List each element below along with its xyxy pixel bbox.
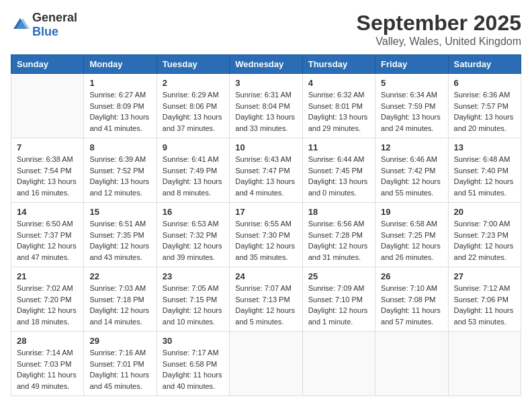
week-row-2: 7Sunrise: 6:38 AM Sunset: 7:54 PM Daylig…	[11, 138, 521, 203]
title-area: September 2025 Valley, Wales, United Kin…	[357, 11, 521, 48]
cell-w5-d6	[375, 332, 448, 396]
day-info: Sunrise: 7:10 AM Sunset: 7:08 PM Dayligh…	[381, 283, 442, 327]
day-info: Sunrise: 7:05 AM Sunset: 7:15 PM Dayligh…	[163, 283, 224, 327]
day-info: Sunrise: 7:17 AM Sunset: 6:58 PM Dayligh…	[163, 347, 224, 392]
cell-w4-d7: 27Sunrise: 7:12 AM Sunset: 7:06 PM Dayli…	[448, 267, 521, 332]
day-number: 24	[235, 271, 296, 281]
header: General Blue September 2025 Valley, Wale…	[11, 11, 521, 48]
cell-w5-d1: 28Sunrise: 7:14 AM Sunset: 7:03 PM Dayli…	[11, 332, 84, 396]
logo-icon	[11, 15, 30, 34]
day-info: Sunrise: 6:27 AM Sunset: 8:09 PM Dayligh…	[89, 89, 150, 134]
day-info: Sunrise: 6:38 AM Sunset: 7:54 PM Dayligh…	[17, 154, 78, 198]
day-info: Sunrise: 6:44 AM Sunset: 7:45 PM Dayligh…	[308, 154, 369, 198]
col-saturday: Saturday	[448, 55, 521, 74]
day-number: 12	[381, 142, 442, 152]
day-number: 30	[163, 336, 224, 346]
day-info: Sunrise: 6:58 AM Sunset: 7:25 PM Dayligh…	[381, 218, 442, 263]
day-number: 8	[89, 142, 150, 152]
day-info: Sunrise: 6:31 AM Sunset: 8:04 PM Dayligh…	[235, 89, 296, 134]
day-info: Sunrise: 6:53 AM Sunset: 7:32 PM Dayligh…	[163, 218, 224, 263]
day-number: 16	[163, 207, 224, 217]
cell-w3-d2: 15Sunrise: 6:51 AM Sunset: 7:35 PM Dayli…	[84, 203, 157, 267]
cell-w5-d2: 29Sunrise: 7:16 AM Sunset: 7:01 PM Dayli…	[84, 332, 157, 396]
day-number: 3	[235, 78, 296, 88]
day-number: 7	[17, 142, 78, 152]
cell-w4-d3: 23Sunrise: 7:05 AM Sunset: 7:15 PM Dayli…	[157, 267, 229, 332]
col-sunday: Sunday	[11, 55, 84, 74]
day-info: Sunrise: 6:32 AM Sunset: 8:01 PM Dayligh…	[308, 89, 369, 134]
cell-w3-d5: 18Sunrise: 6:56 AM Sunset: 7:28 PM Dayli…	[302, 203, 375, 267]
cell-w1-d2: 1Sunrise: 6:27 AM Sunset: 8:09 PM Daylig…	[84, 74, 157, 138]
cell-w4-d5: 25Sunrise: 7:09 AM Sunset: 7:10 PM Dayli…	[302, 267, 375, 332]
day-number: 21	[17, 271, 78, 281]
col-tuesday: Tuesday	[157, 55, 229, 74]
day-number: 26	[381, 271, 442, 281]
cell-w5-d7	[448, 332, 521, 396]
cell-w1-d3: 2Sunrise: 6:29 AM Sunset: 8:06 PM Daylig…	[157, 74, 229, 138]
cell-w2-d7: 13Sunrise: 6:48 AM Sunset: 7:40 PM Dayli…	[448, 138, 521, 203]
week-row-5: 28Sunrise: 7:14 AM Sunset: 7:03 PM Dayli…	[11, 332, 521, 396]
day-number: 6	[454, 78, 515, 88]
day-number: 28	[17, 336, 78, 346]
cell-w5-d5	[302, 332, 375, 396]
cell-w3-d4: 17Sunrise: 6:55 AM Sunset: 7:30 PM Dayli…	[230, 203, 302, 267]
day-number: 14	[17, 207, 78, 217]
week-row-3: 14Sunrise: 6:50 AM Sunset: 7:37 PM Dayli…	[11, 203, 521, 267]
col-thursday: Thursday	[302, 55, 375, 74]
month-title: September 2025	[357, 11, 521, 36]
day-number: 18	[308, 207, 369, 217]
day-number: 20	[454, 207, 515, 217]
day-info: Sunrise: 7:16 AM Sunset: 7:01 PM Dayligh…	[89, 347, 150, 392]
day-info: Sunrise: 7:03 AM Sunset: 7:18 PM Dayligh…	[89, 283, 150, 327]
day-info: Sunrise: 7:14 AM Sunset: 7:03 PM Dayligh…	[17, 347, 78, 392]
day-info: Sunrise: 6:43 AM Sunset: 7:47 PM Dayligh…	[235, 154, 296, 198]
cell-w1-d1	[11, 74, 84, 138]
week-row-1: 1Sunrise: 6:27 AM Sunset: 8:09 PM Daylig…	[11, 74, 521, 138]
cell-w1-d6: 5Sunrise: 6:34 AM Sunset: 7:59 PM Daylig…	[375, 74, 448, 138]
day-info: Sunrise: 6:51 AM Sunset: 7:35 PM Dayligh…	[89, 218, 150, 263]
day-info: Sunrise: 7:09 AM Sunset: 7:10 PM Dayligh…	[308, 283, 369, 327]
day-info: Sunrise: 6:36 AM Sunset: 7:57 PM Dayligh…	[454, 89, 515, 134]
logo: General Blue	[11, 11, 77, 39]
cell-w2-d6: 12Sunrise: 6:46 AM Sunset: 7:42 PM Dayli…	[375, 138, 448, 203]
day-number: 22	[89, 271, 150, 281]
day-number: 1	[89, 78, 150, 88]
col-wednesday: Wednesday	[230, 55, 302, 74]
logo-general: General	[32, 11, 77, 24]
cell-w2-d5: 11Sunrise: 6:44 AM Sunset: 7:45 PM Dayli…	[302, 138, 375, 203]
day-info: Sunrise: 7:02 AM Sunset: 7:20 PM Dayligh…	[17, 283, 78, 327]
day-number: 29	[89, 336, 150, 346]
cell-w5-d3: 30Sunrise: 7:17 AM Sunset: 6:58 PM Dayli…	[157, 332, 229, 396]
day-number: 17	[235, 207, 296, 217]
day-info: Sunrise: 6:39 AM Sunset: 7:52 PM Dayligh…	[89, 154, 150, 198]
cell-w3-d3: 16Sunrise: 6:53 AM Sunset: 7:32 PM Dayli…	[157, 203, 229, 267]
day-info: Sunrise: 6:34 AM Sunset: 7:59 PM Dayligh…	[381, 89, 442, 134]
day-info: Sunrise: 6:41 AM Sunset: 7:49 PM Dayligh…	[163, 154, 224, 198]
day-number: 13	[454, 142, 515, 152]
col-friday: Friday	[375, 55, 448, 74]
calendar: Sunday Monday Tuesday Wednesday Thursday…	[11, 54, 521, 396]
day-number: 4	[308, 78, 369, 88]
day-info: Sunrise: 7:12 AM Sunset: 7:06 PM Dayligh…	[454, 283, 515, 327]
cell-w4-d4: 24Sunrise: 7:07 AM Sunset: 7:13 PM Dayli…	[230, 267, 302, 332]
day-info: Sunrise: 6:46 AM Sunset: 7:42 PM Dayligh…	[381, 154, 442, 198]
header-row: Sunday Monday Tuesday Wednesday Thursday…	[11, 55, 521, 74]
day-number: 5	[381, 78, 442, 88]
day-number: 15	[89, 207, 150, 217]
cell-w3-d1: 14Sunrise: 6:50 AM Sunset: 7:37 PM Dayli…	[11, 203, 84, 267]
logo-blue: Blue	[32, 25, 58, 38]
day-number: 23	[163, 271, 224, 281]
day-number: 27	[454, 271, 515, 281]
day-info: Sunrise: 6:29 AM Sunset: 8:06 PM Dayligh…	[163, 89, 224, 134]
day-number: 11	[308, 142, 369, 152]
day-number: 2	[163, 78, 224, 88]
cell-w1-d5: 4Sunrise: 6:32 AM Sunset: 8:01 PM Daylig…	[302, 74, 375, 138]
cell-w2-d2: 8Sunrise: 6:39 AM Sunset: 7:52 PM Daylig…	[84, 138, 157, 203]
cell-w4-d2: 22Sunrise: 7:03 AM Sunset: 7:18 PM Dayli…	[84, 267, 157, 332]
location-title: Valley, Wales, United Kingdom	[357, 36, 521, 48]
day-number: 25	[308, 271, 369, 281]
week-row-4: 21Sunrise: 7:02 AM Sunset: 7:20 PM Dayli…	[11, 267, 521, 332]
cell-w1-d4: 3Sunrise: 6:31 AM Sunset: 8:04 PM Daylig…	[230, 74, 302, 138]
cell-w1-d7: 6Sunrise: 6:36 AM Sunset: 7:57 PM Daylig…	[448, 74, 521, 138]
day-number: 9	[163, 142, 224, 152]
